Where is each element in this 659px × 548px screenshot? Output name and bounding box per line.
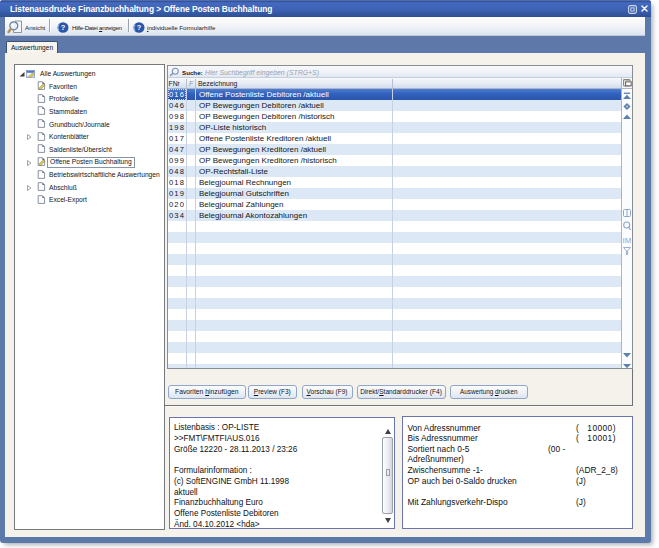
- svg-text:IM: IM: [623, 236, 631, 245]
- svg-text:?: ?: [61, 23, 66, 32]
- svg-text:?: ?: [137, 23, 142, 32]
